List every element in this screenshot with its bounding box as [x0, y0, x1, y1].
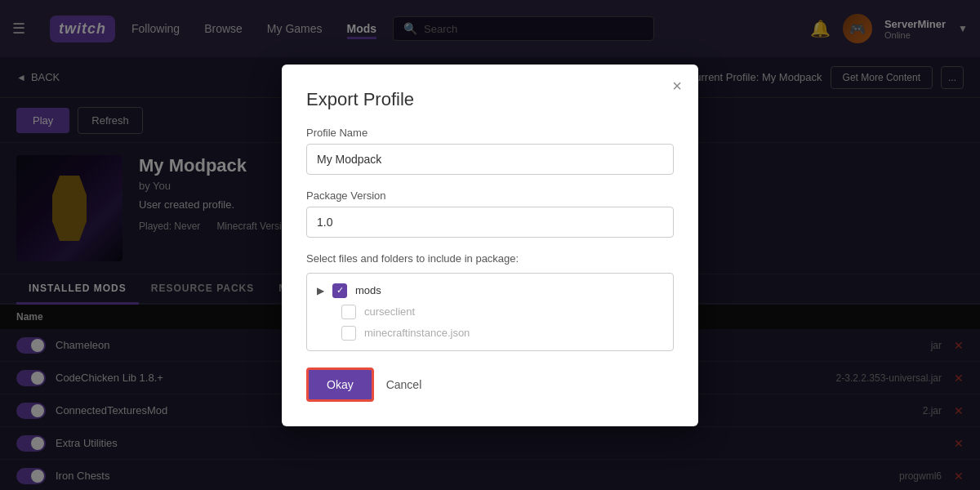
profile-name-input[interactable]: [306, 144, 674, 175]
expand-arrow-icon[interactable]: ▶: [317, 285, 324, 296]
profile-name-group: Profile Name: [306, 127, 674, 175]
curseclient-checkbox[interactable]: [341, 305, 356, 319]
file-item-mods: ▶ mods: [317, 283, 663, 298]
profile-name-label: Profile Name: [306, 127, 674, 139]
cancel-button[interactable]: Cancel: [382, 370, 426, 399]
files-box: ▶ mods curseclient minecraftinstance.jso…: [306, 273, 674, 351]
modal-close-button[interactable]: ×: [672, 77, 682, 96]
modal-actions: Okay Cancel: [306, 368, 674, 402]
curseclient-filename: curseclient: [364, 305, 415, 318]
package-version-group: Package Version: [306, 189, 674, 238]
files-label: Select files and folders to include in p…: [306, 252, 674, 265]
modal-overlay: × Export Profile Profile Name Package Ve…: [0, 0, 980, 490]
mods-filename: mods: [355, 284, 381, 296]
minecraftinstance-filename: minecraftinstance.json: [364, 327, 470, 339]
mods-sub-items: curseclient minecraftinstance.json: [317, 305, 663, 341]
package-version-label: Package Version: [306, 189, 674, 202]
modal-title: Export Profile: [306, 89, 674, 110]
package-version-input[interactable]: [306, 207, 674, 238]
export-profile-modal: × Export Profile Profile Name Package Ve…: [282, 65, 698, 426]
mods-checkbox[interactable]: [332, 283, 347, 298]
okay-button[interactable]: Okay: [306, 368, 374, 402]
file-item-minecraftinstance: minecraftinstance.json: [341, 326, 663, 341]
file-item-curseclient: curseclient: [341, 305, 663, 319]
minecraftinstance-checkbox[interactable]: [341, 326, 356, 341]
